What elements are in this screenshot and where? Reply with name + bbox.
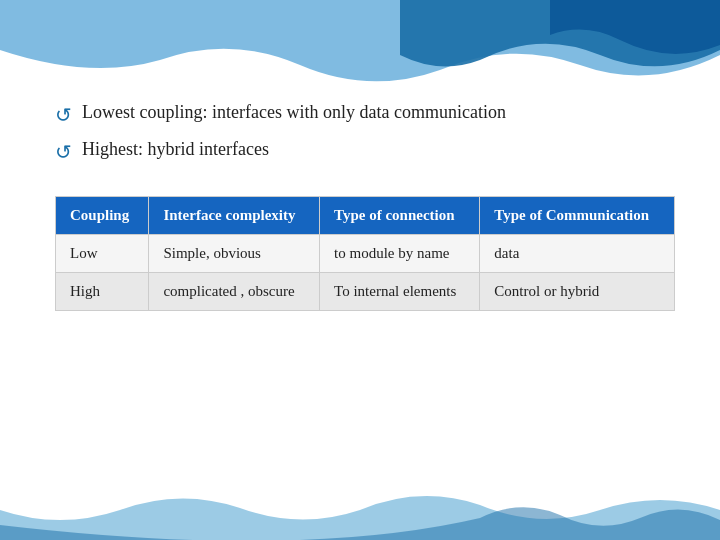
bottom-decoration [0,480,720,540]
col-header-connection: Type of connection [320,197,480,235]
col-header-interface: Interface complexity [149,197,320,235]
bullet-text-1: Lowest coupling: interfaces with only da… [82,100,506,125]
col-header-coupling: Coupling [56,197,149,235]
bullet-text-2: Highest: hybrid interfaces [82,137,269,162]
bullet-icon-2: ↺ [55,138,72,166]
cell-comm-control: Control or hybrid [480,273,675,311]
cell-coupling-low: Low [56,235,149,273]
bullet-icon-1: ↺ [55,101,72,129]
main-content: ↺ Lowest coupling: interfaces with only … [0,0,720,341]
table-row: Low Simple, obvious to module by name da… [56,235,675,273]
cell-interface-complicated: complicated , obscure [149,273,320,311]
bullet-item-2: ↺ Highest: hybrid interfaces [55,137,665,166]
bullet-item-1: ↺ Lowest coupling: interfaces with only … [55,100,665,129]
cell-coupling-high: High [56,273,149,311]
cell-interface-simple: Simple, obvious [149,235,320,273]
col-header-communication: Type of Communication [480,197,675,235]
table-header-row: Coupling Interface complexity Type of co… [56,197,675,235]
table-wrapper: Coupling Interface complexity Type of co… [55,196,665,311]
table-row: High complicated , obscure To internal e… [56,273,675,311]
bullet-list: ↺ Lowest coupling: interfaces with only … [55,100,665,166]
cell-comm-data: data [480,235,675,273]
cell-connection-internal: To internal elements [320,273,480,311]
coupling-table: Coupling Interface complexity Type of co… [55,196,675,311]
cell-connection-module: to module by name [320,235,480,273]
